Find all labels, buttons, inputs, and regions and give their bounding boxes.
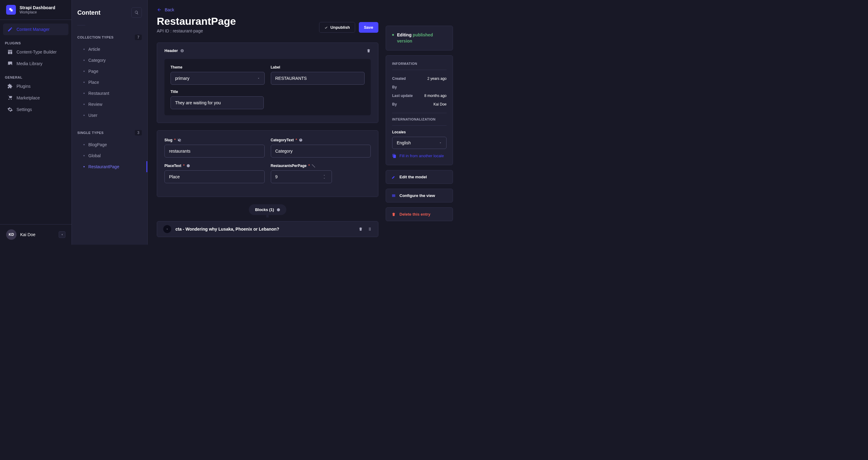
locale-value: English — [397, 140, 411, 145]
globe-icon — [299, 138, 303, 142]
title-input[interactable] — [170, 96, 264, 109]
categorytext-label: CategoryText* — [271, 138, 371, 142]
theme-select[interactable]: primary — [170, 72, 265, 85]
type-item-article[interactable]: Article — [77, 44, 142, 55]
nav-settings[interactable]: Settings — [3, 104, 68, 115]
image-icon — [7, 61, 13, 66]
placetext-label: PlaceText* — [164, 164, 265, 168]
label-input[interactable] — [271, 72, 365, 85]
single-types-list: BlogPage Global RestaurantPage — [77, 139, 142, 172]
collection-types-list: Article Category Page Place Restaurant R… — [77, 44, 142, 121]
expand-block-button[interactable] — [163, 225, 171, 233]
locale-select[interactable]: English — [392, 137, 446, 149]
unpublish-button[interactable]: Unpublish — [319, 22, 355, 33]
meta-updated-key: Last update — [392, 94, 413, 98]
number-stepper[interactable] — [323, 174, 326, 179]
chevron-up-icon — [323, 174, 326, 176]
i18n-title: Internationalization — [392, 117, 446, 121]
type-item-blogpage[interactable]: BlogPage — [77, 139, 142, 150]
globe-icon — [180, 49, 184, 53]
cart-icon — [7, 95, 13, 100]
single-types-count: 3 — [135, 130, 142, 136]
categorytext-input[interactable] — [271, 145, 371, 157]
collection-types-header[interactable]: Collection Types 7 — [77, 33, 142, 42]
layout-icon — [7, 49, 13, 55]
type-item-label: Restaurant — [88, 91, 109, 96]
fill-from-locale[interactable]: Fill in from another locale — [392, 153, 446, 159]
nav-media-library[interactable]: Media Library — [3, 58, 68, 69]
brand: Strapi Dashboard Workplace — [0, 0, 71, 20]
block-item[interactable]: cta - Wondering why Lusaka, Phoenix or L… — [157, 221, 378, 237]
rpp-label: RestaurantsPerPage* — [271, 164, 371, 168]
nav-plugins[interactable]: Plugins — [3, 81, 68, 92]
type-item-label: Global — [88, 153, 100, 158]
nav-marketplace[interactable]: Marketplace — [3, 92, 68, 104]
configure-view-label: Configure the view — [400, 193, 435, 198]
type-item-global[interactable]: Global — [77, 150, 142, 161]
edit-model-label: Edit the model — [400, 175, 427, 179]
strapi-logo-icon — [8, 7, 13, 12]
type-item-label: Place — [88, 80, 99, 85]
save-button[interactable]: Save — [359, 22, 378, 33]
type-item-review[interactable]: Review — [77, 99, 142, 110]
chevron-down-icon — [257, 77, 260, 80]
delete-header-button[interactable] — [367, 49, 371, 53]
type-item-place[interactable]: Place — [77, 77, 142, 88]
trash-icon — [392, 212, 396, 217]
type-item-label: Review — [88, 102, 102, 107]
categorytext-label-text: CategoryText — [271, 138, 294, 142]
type-item-restaurant[interactable]: Restaurant — [77, 88, 142, 99]
type-item-restaurantpage[interactable]: RestaurantPage — [77, 161, 142, 172]
status-dot — [392, 34, 394, 36]
type-item-page[interactable]: Page — [77, 66, 142, 77]
placetext-label-text: PlaceText — [164, 164, 181, 168]
pencil-icon — [392, 175, 396, 179]
nav-label: Settings — [17, 107, 32, 112]
nav-label: Media Library — [17, 61, 42, 66]
divider — [77, 25, 85, 25]
brand-subtitle: Workplace — [20, 10, 55, 15]
chevron-down-icon — [323, 177, 326, 179]
sidebar-footer: KD Kai Doe — [0, 224, 71, 245]
content-nav: Content Collection Types 7 Article Categ… — [72, 0, 148, 245]
type-item-category[interactable]: Category — [77, 55, 142, 66]
nav-content-manager[interactable]: Content Manager — [3, 24, 68, 35]
meta-by2-value: Kai Doe — [433, 102, 446, 107]
edit-model-button[interactable]: Edit the model — [386, 170, 453, 184]
globe-icon — [277, 208, 280, 212]
avatar[interactable]: KD — [6, 229, 17, 240]
eye-off-icon — [312, 164, 315, 168]
page-sub-value: : restaurant-page — [170, 28, 203, 33]
nav-group-plugins: Plugins — [0, 39, 71, 46]
meta-by2-key: By — [392, 102, 397, 107]
nav-content-type-builder[interactable]: Content-Type Builder — [3, 46, 68, 58]
single-types-header[interactable]: Single Types 3 — [77, 128, 142, 137]
delete-entry-button[interactable]: Delete this entry — [386, 207, 453, 221]
search-button[interactable] — [131, 7, 142, 18]
save-label: Save — [364, 25, 373, 30]
collapse-sidebar-button[interactable] — [59, 231, 65, 238]
brand-title: Strapi Dashboard — [20, 5, 55, 10]
layout-icon — [392, 194, 396, 198]
delete-entry-label: Delete this entry — [400, 212, 430, 217]
back-link[interactable]: Back — [157, 7, 378, 14]
back-label: Back — [165, 7, 174, 12]
status-box: Editing published version — [386, 26, 453, 51]
nav-label: Content Manager — [17, 27, 50, 32]
collection-types-title: Collection Types — [77, 35, 114, 39]
blocks-header: Blocks (1) — [157, 204, 378, 215]
placetext-input[interactable] — [164, 170, 265, 183]
drag-block-handle[interactable] — [368, 227, 372, 231]
theme-value: primary — [175, 76, 189, 81]
configure-view-button[interactable]: Configure the view — [386, 189, 453, 202]
fill-locale-label: Fill in from another locale — [400, 153, 444, 159]
divider — [392, 113, 446, 113]
meta-created-key: Created — [392, 77, 406, 81]
slug-label: Slug* — [164, 138, 265, 142]
slug-input[interactable] — [164, 145, 265, 157]
content-nav-title: Content — [77, 9, 100, 16]
delete-block-button[interactable] — [359, 227, 363, 231]
rpp-label-text: RestaurantsPerPage — [271, 164, 307, 168]
title-label: Title — [170, 90, 264, 94]
type-item-user[interactable]: User — [77, 110, 142, 121]
